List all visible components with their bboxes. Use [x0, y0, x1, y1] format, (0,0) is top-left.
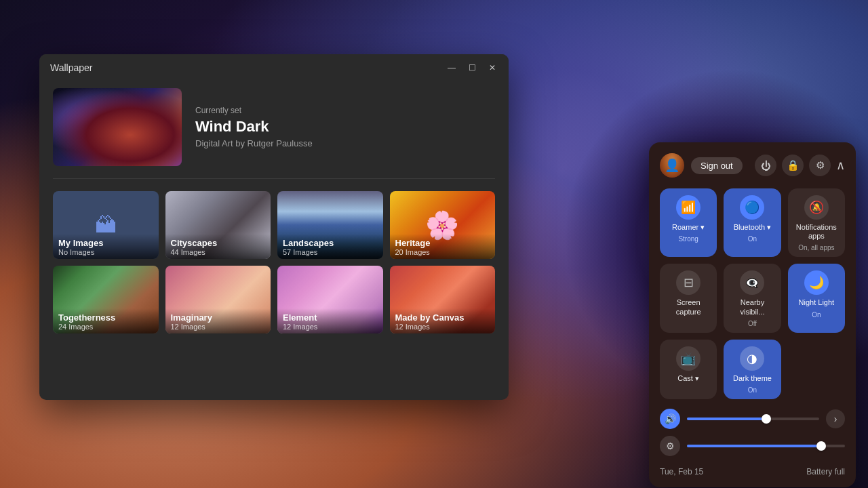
volume-thumb[interactable] — [762, 414, 771, 424]
bluetooth-icon: 🔵 — [740, 195, 764, 220]
qs-tile-bluetooth[interactable]: 🔵 Bluetooth ▾ On — [724, 188, 781, 257]
volume-fill — [687, 418, 766, 420]
element-label: Element 12 Images — [277, 308, 383, 333]
wallpaper-author: Digital Art by Rutger Paulusse — [195, 138, 495, 148]
notifications-name: Notifications apps — [793, 223, 840, 241]
current-wallpaper-info: Currently set Wind Dark Digital Art by R… — [195, 106, 495, 148]
heritage-label: Heritage 20 Images — [390, 234, 496, 259]
screen-capture-name: Screen capture — [665, 298, 711, 316]
made-by-canvas-count: 12 Images — [395, 323, 490, 331]
brightness-icon[interactable]: ⚙ — [660, 436, 680, 456]
brightness-fill — [687, 445, 821, 447]
qs-tile-night-light[interactable]: 🌙 Night Light On — [788, 264, 845, 332]
qs-tiles-grid: 📶 Roamer ▾ Strong 🔵 Bluetooth ▾ On 🔕 Not… — [660, 188, 845, 399]
qs-tile-dark-theme[interactable]: ◑ Dark theme On — [724, 340, 781, 399]
power-icon[interactable]: ⏻ — [755, 155, 776, 176]
wallpaper-name: Wind Dark — [195, 118, 495, 136]
wallpaper-window: Wallpaper — ☐ ✕ Currently set Wind Dark … — [39, 54, 509, 400]
qs-top-bar: 👤 Sign out ⏻ 🔒 ⚙ ∧ — [660, 153, 845, 178]
quick-settings-panel: 👤 Sign out ⏻ 🔒 ⚙ ∧ 📶 Roamer ▾ Strong 🔵 B… — [649, 142, 856, 487]
qs-tile-nearby[interactable]: 👁‍🗨 Nearby visibil... Off — [724, 264, 781, 332]
qs-tile-notifications[interactable]: 🔕 Notifications apps On, all apps — [788, 188, 845, 257]
brightness-slider[interactable] — [687, 445, 845, 447]
gallery-item-element[interactable]: Element 12 Images — [277, 266, 383, 333]
cityscapes-name: Cityscapes — [171, 238, 266, 248]
my-images-name: My Images — [58, 238, 153, 248]
window-controls: — ☐ ✕ — [443, 60, 500, 76]
element-name: Element — [283, 312, 378, 323]
gallery-item-imaginary[interactable]: Imaginary 12 Images — [165, 266, 271, 333]
qs-bottom-bar: Tue, Feb 15 Battery full — [660, 463, 845, 476]
brightness-thumb[interactable] — [816, 441, 826, 451]
qs-tile-cast[interactable]: 📺 Cast ▾ — [660, 340, 717, 399]
element-count: 12 Images — [283, 323, 378, 331]
togetherness-count: 24 Images — [58, 323, 153, 331]
heritage-name: Heritage — [395, 238, 490, 248]
sign-out-button[interactable]: Sign out — [691, 157, 743, 174]
qs-tile-screen-capture[interactable]: ⊟ Screen capture — [660, 264, 717, 332]
my-images-label: My Images No Images — [53, 234, 159, 259]
current-wallpaper-section: Currently set Wind Dark Digital Art by R… — [53, 81, 495, 179]
landscapes-name: Landscapes — [283, 238, 378, 248]
nearby-status: Off — [748, 320, 757, 327]
window-title: Wallpaper — [47, 62, 93, 73]
dark-theme-status: On — [748, 386, 757, 394]
cast-icon: 📺 — [676, 346, 701, 371]
imaginary-name: Imaginary — [171, 312, 266, 323]
cast-name: Cast ▾ — [677, 374, 699, 383]
minimize-button[interactable]: — — [443, 60, 460, 76]
title-bar: Wallpaper — ☐ ✕ — [39, 54, 509, 81]
cityscapes-label: Cityscapes 44 Images — [165, 234, 271, 259]
volume-icon[interactable]: 🔊 — [660, 409, 680, 429]
cityscapes-count: 44 Images — [171, 248, 266, 256]
togetherness-label: Togetherness 24 Images — [53, 308, 159, 333]
brightness-slider-row: ⚙ — [660, 436, 845, 456]
qs-tile-roamer[interactable]: 📶 Roamer ▾ Strong — [660, 188, 717, 257]
currently-set-label: Currently set — [195, 106, 495, 115]
gallery-item-made-by-canvas[interactable]: Made by Canvas 12 Images — [390, 266, 496, 333]
bluetooth-name: Bluetooth ▾ — [734, 223, 772, 232]
lock-icon[interactable]: 🔒 — [782, 155, 804, 176]
dark-theme-name: Dark theme — [733, 374, 772, 383]
made-by-canvas-label: Made by Canvas 12 Images — [390, 308, 496, 333]
maximize-button[interactable]: ☐ — [464, 60, 480, 76]
gallery-grid: 🏔 My Images No Images Cityscapes 44 Imag… — [53, 191, 495, 333]
volume-slider[interactable] — [687, 418, 819, 420]
screen-capture-icon: ⊟ — [676, 270, 701, 295]
gallery-item-heritage[interactable]: 🌸 Heritage 20 Images — [390, 191, 496, 259]
nearby-name: Nearby visibil... — [729, 298, 775, 316]
roamer-name: Roamer ▾ — [672, 223, 705, 232]
gallery-item-cityscapes[interactable]: Cityscapes 44 Images — [165, 191, 271, 259]
my-images-count: No Images — [58, 248, 153, 256]
heritage-count: 20 Images — [395, 248, 490, 256]
imaginary-label: Imaginary 12 Images — [165, 308, 271, 333]
chevron-up-icon[interactable]: ∧ — [836, 158, 845, 173]
volume-slider-row: 🔊 › — [660, 409, 845, 429]
user-avatar[interactable]: 👤 — [660, 153, 684, 178]
made-by-canvas-name: Made by Canvas — [395, 312, 490, 323]
qs-top-icons: ⏻ 🔒 ⚙ ∧ — [755, 155, 845, 176]
roamer-icon: 📶 — [676, 195, 701, 220]
window-content: Currently set Wind Dark Digital Art by R… — [39, 81, 509, 347]
roamer-status: Strong — [678, 235, 698, 243]
night-light-name: Night Light — [799, 298, 835, 307]
volume-next-button[interactable]: › — [826, 409, 845, 428]
gallery-item-landscapes[interactable]: Landscapes 57 Images — [277, 191, 383, 259]
landscapes-label: Landscapes 57 Images — [277, 234, 383, 259]
nearby-icon: 👁‍🗨 — [740, 270, 764, 295]
gallery-item-my-images[interactable]: 🏔 My Images No Images — [53, 191, 159, 259]
gallery-item-togetherness[interactable]: Togetherness 24 Images — [53, 266, 159, 333]
night-light-status: On — [812, 311, 821, 319]
landscapes-count: 57 Images — [283, 248, 378, 256]
imaginary-count: 12 Images — [171, 323, 266, 331]
night-light-icon: 🌙 — [804, 270, 829, 295]
date-label: Tue, Feb 15 — [660, 467, 703, 476]
bluetooth-status: On — [748, 235, 757, 243]
togetherness-name: Togetherness — [58, 312, 153, 323]
notifications-status: On, all apps — [798, 244, 834, 251]
notifications-icon: 🔕 — [804, 195, 829, 220]
battery-label: Battery full — [806, 467, 845, 476]
settings-icon[interactable]: ⚙ — [809, 155, 831, 176]
close-button[interactable]: ✕ — [484, 60, 500, 76]
dark-theme-icon: ◑ — [740, 346, 764, 371]
